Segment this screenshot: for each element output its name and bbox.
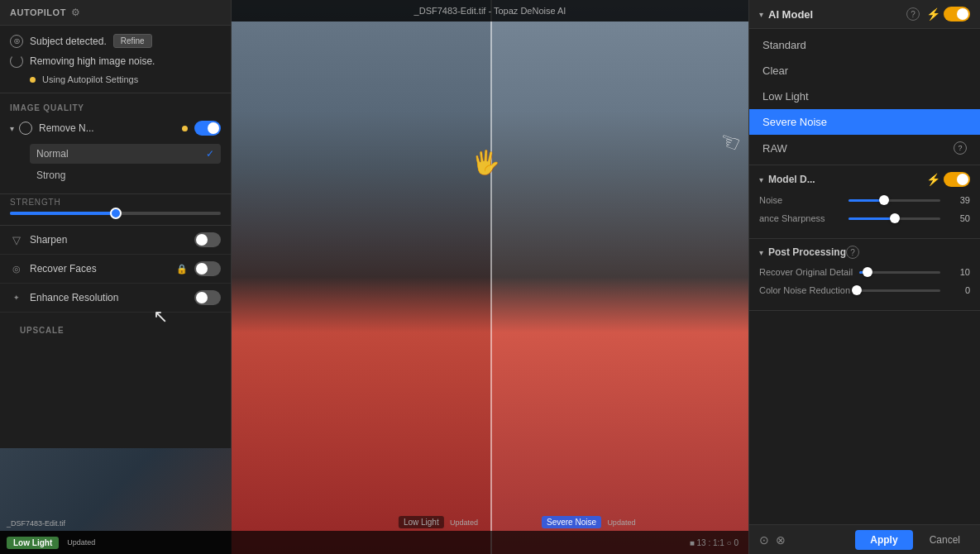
- cancel-button[interactable]: Cancel: [920, 530, 970, 550]
- recover-faces-toggle[interactable]: [194, 261, 221, 276]
- upscale-header: UPSCALE: [10, 319, 221, 338]
- strength-section: STRENGTH: [0, 194, 231, 226]
- gear-icon[interactable]: ⚙: [71, 7, 80, 18]
- autopilot-body: ◎ Subject detected. Refine Removing high…: [0, 26, 231, 93]
- color-noise-slider[interactable]: [857, 289, 940, 292]
- model-raw[interactable]: RAW ?: [749, 135, 980, 161]
- post-processing-section: ▾ Post Processing ? Recover Original Det…: [749, 239, 980, 311]
- normal-option[interactable]: Normal ✓: [30, 144, 221, 164]
- thumbnail-label: _DSF7483-Edit.tif: [7, 519, 65, 528]
- noise-value: 39: [947, 195, 970, 205]
- noise-slider-row: Noise 39: [759, 195, 970, 205]
- recover-detail-slider[interactable]: [859, 271, 940, 274]
- sharpness-slider-row: ance Sharpness 50: [759, 213, 970, 223]
- model-standard[interactable]: Standard: [749, 32, 980, 58]
- model-detail-toggle[interactable]: [944, 172, 970, 187]
- ai-model-header: ▾ AI Model ? ⚡: [749, 0, 980, 29]
- enhance-icon: ✦: [10, 291, 23, 304]
- model-standard-label: Standard: [762, 39, 806, 51]
- sharpness-slider-label: ance Sharpness: [759, 213, 842, 223]
- canvas-coords: ■ 13 : 1:1 ○ 0: [690, 538, 739, 547]
- autopilot-settings-row: Using Autopilot Settings: [30, 74, 221, 84]
- thumbnail-image: [0, 448, 232, 531]
- split-line[interactable]: [490, 0, 492, 554]
- sharpness-value: 50: [947, 213, 970, 223]
- model-raw-help-icon[interactable]: ?: [954, 141, 967, 155]
- view-icons: ⊙ ⊗: [759, 533, 786, 547]
- color-noise-thumb[interactable]: [852, 285, 862, 295]
- canvas-filename: _DSF7483-Edit.tif - Topaz DeNoise AI: [414, 6, 566, 16]
- autopilot-title: AUTOPILOT: [10, 7, 66, 17]
- canvas-info: ■ 13 : 1:1 ○ 0: [690, 538, 739, 547]
- image-quality-header: IMAGE QUALITY: [0, 97, 231, 116]
- sharpen-toggle[interactable]: [194, 232, 221, 247]
- quality-dot: [182, 126, 188, 131]
- settings-text: Using Autopilot Settings: [42, 74, 138, 84]
- sharpness-slider-fill: [849, 217, 895, 220]
- autopilot-header: AUTOPILOT ⚙: [0, 0, 231, 26]
- bottom-status-left: Low Light Updated: [0, 531, 232, 554]
- thumbnail-strip: _DSF7483-Edit.tif: [0, 448, 232, 531]
- remove-noise-row[interactable]: ▾ Remove N...: [0, 116, 231, 141]
- bolt-icon: ⚡: [926, 7, 940, 21]
- model-low-light[interactable]: Low Light: [749, 84, 980, 109]
- strength-slider-row: [10, 212, 221, 215]
- clear-updated: Updated: [450, 518, 478, 527]
- model-clear[interactable]: Clear: [749, 58, 980, 84]
- model-severe-noise-label: Severe Noise: [762, 116, 827, 128]
- low-light-badge: Low Light: [7, 537, 59, 549]
- model-detail-header: ▾ Model D... ⚡: [759, 172, 970, 187]
- post-processing-header: ▾ Post Processing ?: [759, 246, 970, 259]
- refine-button[interactable]: Refine: [113, 34, 152, 48]
- right-panel: ▾ AI Model ? ⚡ Standard Clear Low Light …: [748, 0, 980, 554]
- apply-button[interactable]: Apply: [855, 530, 912, 550]
- enhance-resolution-row[interactable]: ✦ Enhance Resolution: [0, 284, 231, 313]
- recover-detail-value: 10: [947, 267, 970, 277]
- post-title: Post Processing: [768, 246, 846, 258]
- model-low-light-label: Low Light: [762, 90, 809, 103]
- recover-faces-row[interactable]: ◎ Recover Faces 🔒: [0, 255, 231, 284]
- subject-icon: ◎: [10, 35, 23, 48]
- view-icon-2[interactable]: ⊗: [776, 533, 786, 547]
- apply-cancel-bar: ⊙ ⊗ Apply Cancel: [749, 524, 980, 554]
- model-severe-noise[interactable]: Severe Noise: [749, 109, 980, 135]
- severe-updated: Updated: [607, 518, 635, 527]
- canvas-bottom-bar: ■ 13 : 1:1 ○ 0: [232, 531, 748, 554]
- strength-slider-track[interactable]: [10, 212, 221, 215]
- photo-canvas[interactable]: Low Light Updated Severe Noise Updated 🖐: [232, 0, 748, 554]
- ai-model-list: Standard Clear Low Light Severe Noise RA…: [749, 29, 980, 165]
- color-noise-value: 0: [947, 285, 970, 295]
- check-icon: ✓: [206, 148, 214, 160]
- noise-slider-thumb[interactable]: [879, 195, 889, 205]
- image-quality-section: IMAGE QUALITY ▾ Remove N... Normal ✓ Str…: [0, 93, 231, 194]
- remove-noise-label: Remove N...: [39, 122, 182, 134]
- ai-model-help-icon[interactable]: ?: [906, 7, 920, 21]
- recover-detail-row: Recover Original Detail 10: [759, 267, 970, 277]
- enhance-resolution-label: Enhance Resolution: [30, 292, 194, 303]
- sharpness-slider[interactable]: [849, 217, 940, 220]
- sharpness-slider-thumb[interactable]: [890, 213, 900, 223]
- clear-label: Low Light: [399, 516, 444, 528]
- strong-label: Strong: [36, 170, 65, 181]
- remove-noise-toggle[interactable]: [194, 121, 221, 136]
- center-canvas[interactable]: _DSF7483-Edit.tif - Topaz DeNoise AI Low…: [232, 0, 748, 554]
- post-help-icon[interactable]: ?: [846, 246, 859, 259]
- model-raw-label: RAW: [762, 142, 787, 155]
- noise-slider-label: Noise: [759, 195, 842, 205]
- sharpen-label: Sharpen: [30, 234, 194, 246]
- left-panel: AUTOPILOT ⚙ ◎ Subject detected. Refine R…: [0, 0, 232, 554]
- subject-detected-row: ◎ Subject detected. Refine: [10, 34, 221, 48]
- sharpen-row[interactable]: ▽ Sharpen: [0, 226, 231, 255]
- recover-detail-thumb[interactable]: [863, 267, 872, 277]
- view-icon-1[interactable]: ⊙: [759, 533, 769, 547]
- noise-slider[interactable]: [849, 199, 940, 202]
- noise-text: Removing high image noise.: [30, 55, 155, 67]
- enhance-resolution-toggle[interactable]: [194, 290, 221, 305]
- lock-icon: 🔒: [176, 264, 188, 275]
- ai-model-toggle[interactable]: [944, 7, 970, 21]
- model-raw-row: RAW ?: [762, 141, 967, 155]
- strong-option[interactable]: Strong: [30, 165, 221, 185]
- severe-noise-canvas-badge: Severe Noise: [542, 516, 601, 528]
- strength-slider-thumb[interactable]: [110, 208, 122, 219]
- recover-faces-label: Recover Faces: [30, 263, 176, 275]
